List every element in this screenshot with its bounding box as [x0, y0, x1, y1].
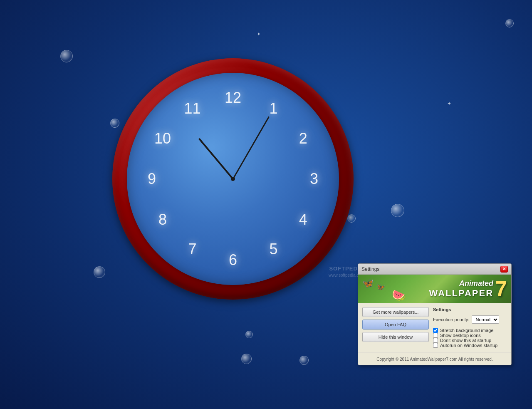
- bubble-3: [241, 354, 252, 364]
- bubble-4: [299, 356, 309, 365]
- checkbox-label-autorun: Autorun on Windows startup: [440, 343, 497, 348]
- banner-butterfly2-icon: 🦋: [377, 283, 385, 291]
- get-more-wallpapers-button[interactable]: Get more wallpapers...: [362, 307, 429, 317]
- minute-hand: [233, 117, 270, 179]
- banner-watermelon-icon: 🍉: [391, 288, 406, 302]
- hour-hand: [198, 138, 234, 179]
- bubble-0: [60, 50, 73, 62]
- checkboxes-container: Stretch background imageShow desktop ico…: [433, 328, 507, 348]
- checkbox-row-no_startup: Don't show this at startup: [433, 338, 507, 343]
- clock-face: 121234567891011: [127, 73, 339, 285]
- bubble-6: [505, 19, 514, 27]
- settings-titlebar: Settings ✕: [358, 264, 511, 275]
- settings-panel: Settings ✕ 🦋 🦋 🍉 Animated WALLPAPER 7 Ge…: [358, 263, 512, 365]
- close-button[interactable]: ✕: [500, 266, 508, 273]
- priority-select[interactable]: NormalLowHigh: [472, 315, 499, 324]
- star-0: ✦: [257, 31, 261, 37]
- checkbox-stretch[interactable]: [433, 328, 438, 333]
- banner-line2: WALLPAPER: [429, 288, 493, 299]
- banner-number: 7: [495, 278, 507, 300]
- clock-container: 121234567891011: [112, 58, 354, 300]
- clock-hands: [139, 84, 327, 273]
- center-dot: [231, 177, 235, 181]
- settings-title-label: Settings: [361, 266, 379, 272]
- footer-copyright: Copyright © 2011 AnimatedWallpaper7.com …: [376, 357, 492, 362]
- open-faq-button[interactable]: Open FAQ: [362, 320, 429, 330]
- settings-right-column: Settings Execution priority: NormalLowHi…: [433, 307, 507, 348]
- checkbox-row-desktop_icons: Show desktop icons: [433, 333, 507, 338]
- banner-text: Animated WALLPAPER: [429, 279, 493, 299]
- checkbox-label-stretch: Stretch background image: [440, 328, 493, 333]
- bubble-5: [391, 204, 404, 217]
- banner-title: Animated WALLPAPER 7: [429, 278, 507, 300]
- hide-window-button[interactable]: Hide this window: [362, 332, 429, 342]
- settings-left-column: Get more wallpapers... Open FAQ Hide thi…: [362, 307, 429, 348]
- banner-butterfly-icon: 🦋: [362, 278, 374, 289]
- checkbox-desktop_icons[interactable]: [433, 333, 438, 338]
- priority-label: Execution priority:: [433, 317, 469, 322]
- settings-body: Get more wallpapers... Open FAQ Hide thi…: [358, 303, 511, 352]
- checkbox-label-desktop_icons: Show desktop icons: [440, 333, 481, 338]
- checkbox-no_startup[interactable]: [433, 338, 438, 343]
- checkbox-autorun[interactable]: [433, 343, 438, 348]
- checkbox-label-no_startup: Don't show this at startup: [440, 338, 491, 343]
- bubble-9: [245, 331, 253, 338]
- checkbox-row-autorun: Autorun on Windows startup: [433, 343, 507, 348]
- priority-row: Execution priority: NormalLowHigh: [433, 315, 507, 324]
- star-4: ✦: [447, 101, 451, 107]
- settings-footer: Copyright © 2011 AnimatedWallpaper7.com …: [358, 352, 511, 365]
- checkbox-row-stretch: Stretch background image: [433, 328, 507, 333]
- bubble-2: [94, 266, 105, 278]
- settings-section-label: Settings: [433, 307, 507, 312]
- banner-line1: Animated: [429, 279, 493, 288]
- settings-banner: 🦋 🦋 🍉 Animated WALLPAPER 7: [358, 275, 511, 303]
